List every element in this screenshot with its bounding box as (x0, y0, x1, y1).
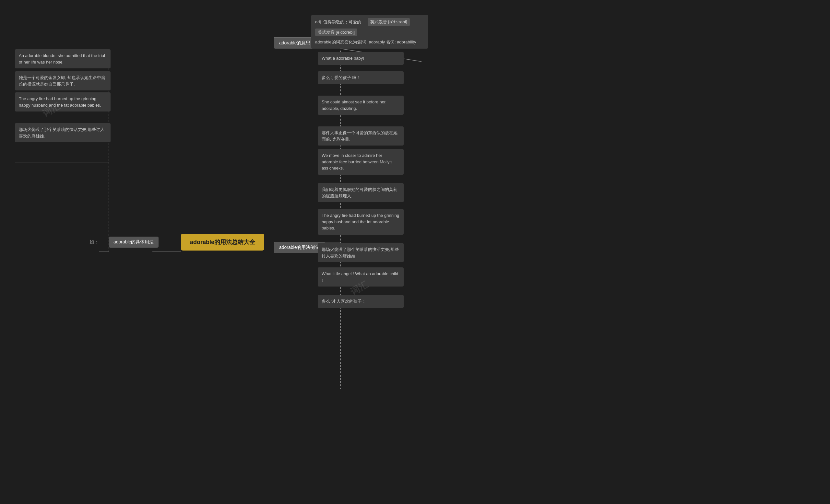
meaning-pron-us: 美式发音 [ə'dɔːrəbl] (315, 29, 357, 36)
meaning-pron-en: 英式发音 [ə'dɔːrəbl] (368, 18, 410, 26)
morphology-text: adorable的词态变化为:副词: adorably 名词: adorabil… (315, 39, 416, 44)
example-1-en: She could almost see it before her, ador… (318, 96, 404, 115)
examples-label: adorable的用法例句 (279, 245, 320, 250)
example-0-zh: 多么可爱的孩子 啊！ (318, 71, 404, 84)
example-4-en: What little angel ! What an adorable chi… (318, 267, 404, 287)
left-example-1-en: An adorable blonde, she admitted that th… (15, 49, 110, 68)
example-3-zh: 那场火烧没了那个笑嘻嘻的快活丈夫,那些讨人喜欢的胖娃娃. (318, 243, 404, 262)
meaning-definition: adj. 值得崇敬的；可爱的 (315, 19, 361, 25)
example-2-en: We move in closer to admire her adorable… (318, 149, 404, 175)
meaning-branch-node: adorable的意思 (274, 38, 316, 48)
left-example-2-zh: 那场火烧没了那个笑嘻嘻的快活丈夫,那些讨人喜欢的胖娃娃. (15, 123, 110, 142)
central-label: adorable的用法总结大全 (190, 239, 255, 245)
meaning-label: adorable的意思 (279, 40, 311, 45)
central-node: adorable的用法总结大全 (181, 234, 264, 250)
meaning-morphology: adorable的词态变化为:副词: adorably 名词: adorabil… (311, 36, 428, 48)
prefix-text: 如： (90, 239, 99, 244)
mindmap-container: adorable的用法总结大全 如： adorable的具体用法 An ador… (0, 0, 830, 504)
example-2-zh: 我们朝着更佩服她的可爱的脸之间的莫莉的屁股脸颊埋入. (318, 183, 404, 202)
left-prefix: 如： (90, 239, 99, 245)
example-0-en: What a adorable baby! (318, 52, 404, 65)
left-example-2-en: The angry fire had burned up the grinnin… (15, 92, 110, 111)
example-3-en: The angry fire had burned up the grinnin… (318, 209, 404, 235)
examples-branch-node: adorable的用法例句 (274, 242, 325, 253)
example-1-zh: 那件大事正像一个可爱的东西似的放在她面前, 光彩夺目. (318, 126, 404, 145)
left-branch-label: adorable的具体用法 (114, 239, 154, 244)
example-4-zh: 多么 讨 人喜欢的孩子！ (318, 295, 404, 308)
connector-lines (0, 0, 830, 504)
left-branch-node: adorable的具体用法 (109, 237, 159, 248)
left-example-1-zh: 她是一个可爱的金发女郎, 却也承认她生命中磨难的根源就是她自己那只鼻子. (15, 71, 110, 91)
